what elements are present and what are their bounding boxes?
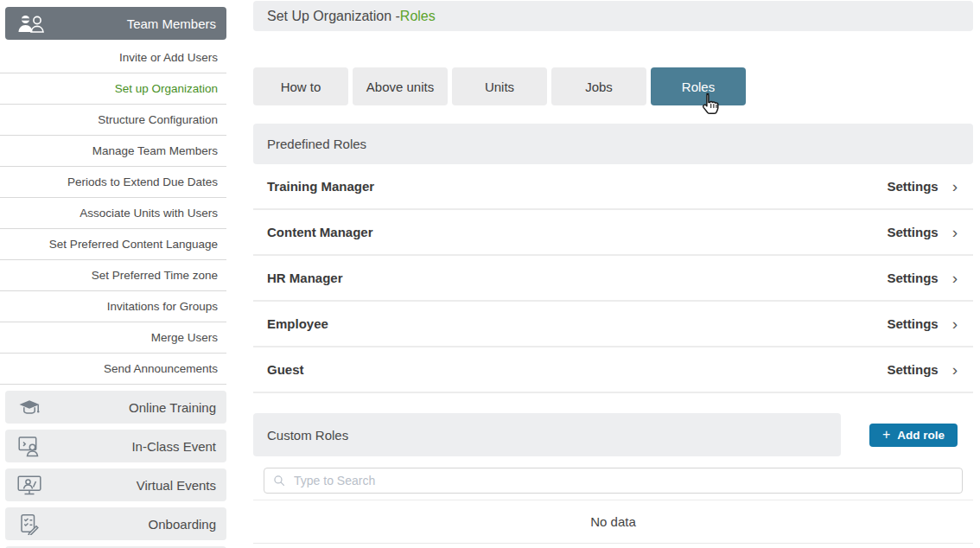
breadcrumb: Set Up Organization -: [267, 9, 400, 24]
plus-icon: +: [882, 428, 890, 442]
breadcrumb-active: Roles: [400, 9, 436, 24]
search-box[interactable]: [264, 468, 963, 494]
sidebar-item-structure-configuration[interactable]: Structure Configuration: [0, 105, 226, 136]
predefined-roles-header: Predefined Roles: [253, 124, 973, 164]
custom-roles-action-area: + Add role: [841, 413, 973, 456]
role-row-training-manager[interactable]: Training Manager Settings ›: [253, 164, 973, 210]
chevron-right-icon: ›: [952, 178, 958, 194]
sidebar-header-label: Team Members: [46, 16, 226, 31]
sidebar: Team Members Invite or Add Users Set up …: [0, 0, 226, 548]
tab-roles[interactable]: Roles: [651, 67, 746, 105]
sidebar-item-merge-users[interactable]: Merge Users: [0, 322, 226, 354]
role-name: HR Manager: [267, 271, 887, 285]
sidebar-item-invite-or-add-users[interactable]: Invite or Add Users: [0, 42, 226, 73]
settings-link[interactable]: Settings: [887, 225, 938, 239]
page-title-bar: Set Up Organization - Roles: [253, 1, 973, 31]
sidebar-section-in-class-event[interactable]: In-Class Event: [5, 430, 226, 462]
sidebar-section-onboarding[interactable]: Onboarding: [5, 507, 226, 540]
role-row-guest[interactable]: Guest Settings ›: [253, 347, 973, 393]
sidebar-section-label: Onboarding: [42, 517, 226, 532]
custom-roles-search-row: [253, 456, 973, 500]
role-name: Employee: [267, 316, 887, 331]
custom-roles-header: Custom Roles + Add role: [253, 413, 973, 456]
settings-link[interactable]: Settings: [887, 362, 938, 377]
sidebar-item-set-preferred-content-language[interactable]: Set Preferred Content Language: [0, 229, 226, 260]
add-role-button-label: Add role: [897, 429, 945, 442]
checklist-pen-icon: [16, 513, 42, 535]
app-window: Team Members Invite or Add Users Set up …: [0, 0, 980, 548]
role-name: Content Manager: [267, 225, 887, 239]
graduation-cap-icon: [16, 398, 42, 417]
tab-how-to[interactable]: How to: [253, 67, 348, 105]
no-data-message: No data: [253, 500, 973, 544]
sidebar-item-associate-units-with-users[interactable]: Associate Units with Users: [0, 198, 226, 229]
sidebar-section-label: In-Class Event: [42, 439, 226, 454]
role-row-content-manager[interactable]: Content Manager Settings ›: [253, 210, 973, 256]
sidebar-header-team-members[interactable]: Team Members: [5, 7, 226, 40]
role-row-hr-manager[interactable]: HR Manager Settings ›: [253, 256, 973, 302]
custom-roles-title: Custom Roles: [267, 428, 348, 443]
team-members-icon: [16, 14, 46, 34]
chevron-right-icon: ›: [952, 270, 958, 286]
sidebar-section-label: Online Training: [42, 400, 226, 415]
tab-bar: How to Above units Units Jobs Roles: [253, 67, 973, 105]
sidebar-item-manage-team-members[interactable]: Manage Team Members: [0, 136, 226, 167]
predefined-roles-title: Predefined Roles: [267, 137, 366, 151]
chevron-right-icon: ›: [952, 361, 958, 378]
role-name: Guest: [267, 362, 887, 377]
tab-jobs[interactable]: Jobs: [551, 67, 646, 105]
sidebar-item-periods-to-extend-due-dates[interactable]: Periods to Extend Due Dates: [0, 167, 226, 198]
predefined-roles-list: Training Manager Settings › Content Mana…: [253, 164, 973, 393]
presentation-person-icon: [16, 436, 42, 457]
monitor-person-icon: [16, 475, 42, 495]
sidebar-section-label: Virtual Events: [42, 478, 226, 493]
main-content: Set Up Organization - Roles How to Above…: [253, 0, 973, 544]
sidebar-section-online-training[interactable]: Online Training: [5, 391, 226, 424]
sidebar-menu: Invite or Add Users Set up Organization …: [0, 42, 226, 385]
sidebar-item-set-preferred-time-zone[interactable]: Set Preferred Time zone: [0, 260, 226, 291]
tab-units[interactable]: Units: [452, 67, 547, 105]
custom-roles-title-bar: Custom Roles: [253, 413, 841, 456]
sidebar-item-set-up-organization[interactable]: Set up Organization: [0, 73, 226, 105]
sidebar-item-invitations-for-groups[interactable]: Invitations for Groups: [0, 291, 226, 322]
sidebar-section-virtual-events[interactable]: Virtual Events: [5, 468, 226, 501]
tab-above-units[interactable]: Above units: [353, 67, 448, 105]
settings-link[interactable]: Settings: [887, 179, 938, 194]
sidebar-sections: Online Training In-Class Event: [0, 391, 226, 548]
settings-link[interactable]: Settings: [887, 271, 938, 285]
role-row-employee[interactable]: Employee Settings ›: [253, 302, 973, 347]
search-icon: [273, 475, 285, 487]
search-input[interactable]: [292, 473, 953, 488]
add-role-button[interactable]: + Add role: [869, 424, 958, 447]
chevron-right-icon: ›: [952, 224, 958, 240]
settings-link[interactable]: Settings: [887, 316, 938, 331]
role-name: Training Manager: [267, 179, 887, 194]
sidebar-item-send-announcements[interactable]: Send Announcements: [0, 354, 226, 385]
chevron-right-icon: ›: [952, 315, 958, 332]
